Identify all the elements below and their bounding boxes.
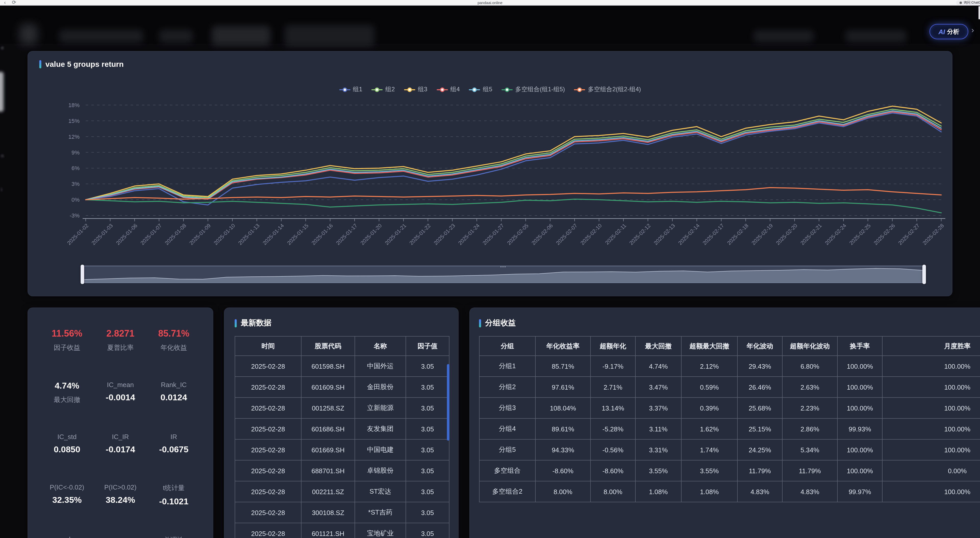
table-cell: 中国电建: [355, 439, 406, 460]
x-axis-tick-label: 2025-01-27: [482, 222, 505, 246]
table-cell: 2025-02-28: [235, 356, 301, 376]
column-header: 超额最大回撤: [681, 336, 737, 356]
column-header: 月度胜率: [882, 336, 980, 356]
table-cell: 1.62%: [681, 418, 737, 439]
table-cell: 688701.SH: [301, 460, 355, 481]
address-bar[interactable]: pandaai.online: [0, 0, 980, 6]
column-header: 分组: [479, 336, 535, 356]
column-header: 因子值: [406, 336, 449, 356]
x-axis-tick-label: 2025-02-28: [921, 222, 945, 246]
x-axis-tick-label: 2025-01-10: [213, 222, 236, 246]
x-axis-tick-label: 2025-02-07: [555, 222, 578, 246]
table-cell: 5.34%: [782, 439, 837, 460]
stat-cell: 2.8271夏普比率: [94, 329, 147, 352]
table-cell: 3.05: [406, 481, 449, 502]
stat-label: IC_IR: [94, 433, 147, 441]
x-axis-tick-label: 2025-02-06: [530, 222, 554, 246]
y-axis-tick-label: 6%: [72, 165, 80, 171]
table-cell: 100.00%: [837, 356, 882, 376]
ai-analysis-button[interactable]: AI 分析: [929, 24, 968, 39]
stat-value: 2.8271: [94, 329, 147, 339]
stat-value: 32.35%: [40, 495, 94, 505]
table-cell: 3.05: [406, 502, 449, 523]
stat-label: Rank_IC: [147, 381, 200, 389]
table-cell: 601686.SH: [301, 418, 355, 439]
x-axis-tick-label: 2025-01-22: [408, 222, 431, 246]
chevron-right-icon[interactable]: ›: [971, 25, 974, 35]
y-axis-tick-label: 15%: [68, 118, 80, 124]
stat-cell: Rank_IC0.0124: [147, 381, 200, 405]
x-axis-tick-label: 2025-02-19: [751, 222, 774, 246]
stat-label: p-value: [40, 535, 94, 538]
nav-item-blurred-5[interactable]: [754, 30, 814, 42]
series-line: [86, 112, 941, 200]
nav-item-blurred-1[interactable]: [59, 30, 143, 43]
stat-value: 38.24%: [94, 495, 147, 505]
table-cell: 2025-02-28: [235, 439, 301, 460]
table-cell: 8.00%: [590, 481, 635, 502]
table-row: 2025-02-28601669.SH中国电建3.05: [235, 439, 449, 460]
nav-item-blurred-6[interactable]: [845, 30, 907, 42]
stat-value: -0.0174: [94, 445, 147, 455]
ask-chatgpt-label: 询问 ChatGPT: [964, 0, 980, 5]
stat-value: -0.1021: [147, 497, 200, 507]
datazoom-right-handle[interactable]: [922, 265, 926, 284]
background-card-sliver: [0, 72, 3, 112]
stat-label: 年化收益: [147, 343, 200, 352]
table-cell: 100.00%: [837, 397, 882, 418]
nav-item-blurred-4[interactable]: [285, 25, 374, 46]
x-axis-tick-label: 2025-02-13: [652, 222, 676, 246]
table-cell: ST宏达: [355, 481, 406, 502]
table-cell: -8.60%: [590, 460, 635, 481]
table-cell: 3.05: [406, 523, 449, 538]
datazoom-grip-icon[interactable]: ⋯: [500, 263, 507, 270]
datazoom-left-handle[interactable]: [81, 265, 84, 284]
stat-label: IC_mean: [94, 381, 147, 389]
table-cell: 友发集团: [355, 418, 406, 439]
nav-item-blurred-2[interactable]: [159, 30, 193, 43]
table-cell: 99.97%: [837, 481, 882, 502]
stat-label: IC_std: [40, 433, 94, 441]
nav-item-blurred-3[interactable]: [212, 26, 270, 45]
table-row: 2025-02-28601598.SH中国外运3.05: [235, 356, 449, 376]
table-row: 2025-02-28601121.SH宝地矿业3.05: [235, 523, 449, 538]
column-header: 最大回撤: [635, 336, 681, 356]
table-cell: 2025-02-28: [235, 460, 301, 481]
browser-scrollbar[interactable]: [978, 6, 980, 19]
series-line: [86, 113, 941, 205]
table-cell: -5.28%: [590, 418, 635, 439]
table-cell: -8.60%: [535, 460, 590, 481]
stat-cell: IC_std0.0850: [40, 433, 94, 455]
stat-value: 4.74%: [40, 381, 94, 391]
y-axis-tick-label: 9%: [72, 149, 80, 156]
table-cell: 100.00%: [882, 397, 980, 418]
table-cell: 2.12%: [681, 356, 737, 376]
table-row: 2025-02-28300108.SZ*ST吉药3.05: [235, 502, 449, 523]
table-row: 2025-02-28001258.SZ立新能源3.05: [235, 397, 449, 418]
stat-cell: [94, 535, 147, 538]
x-axis-tick-label: 2025-02-05: [506, 222, 530, 246]
y-axis-tick-label: 0%: [72, 197, 80, 203]
table-cell: 1.74%: [681, 439, 737, 460]
stat-label: 最大回撤: [40, 395, 94, 405]
table-scrollbar[interactable]: [447, 364, 449, 441]
stat-value: -0.0675: [147, 445, 200, 455]
table-cell: 99.93%: [837, 418, 882, 439]
line-chart[interactable]: 18%15%12%9%6%3%0%-3%2025-01-022025-01-03…: [28, 51, 953, 297]
factor-stats-panel: 11.56%因子收益2.8271夏普比率85.71%年化收益4.74%最大回撤I…: [27, 308, 213, 538]
x-axis-tick-label: 2025-01-09: [188, 222, 212, 246]
column-header: 年化波动: [737, 336, 782, 356]
table-cell: 001258.SZ: [301, 397, 355, 418]
ask-chatgpt-button[interactable]: ❋ 询问 ChatGPT: [956, 0, 980, 5]
stat-cell: P(IC>0.02)38.24%: [94, 483, 147, 507]
table-cell: 100.00%: [882, 418, 980, 439]
y-axis-tick-label: 12%: [68, 133, 80, 140]
table-cell: 601121.SH: [301, 523, 355, 538]
table-cell: -0.56%: [590, 439, 635, 460]
blurred-edge-text: e: [1, 45, 4, 51]
openai-logo-icon: ❋: [959, 1, 962, 5]
table-cell: 2025-02-28: [235, 481, 301, 502]
datazoom-slider[interactable]: ⋯: [82, 266, 924, 283]
page: ‹ ⟳ pandaai.online ❋ 询问 ChatGPT AI 分析 › …: [0, 0, 980, 538]
table-cell: 97.61%: [535, 376, 590, 397]
